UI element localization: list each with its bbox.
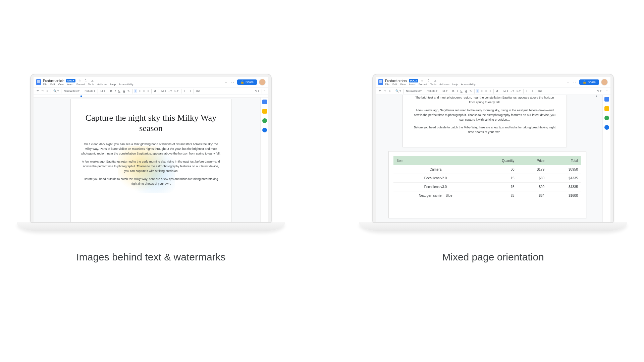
contacts-icon[interactable]	[604, 125, 609, 130]
menu-help[interactable]: Help	[110, 83, 116, 86]
align-left-icon[interactable]: ≡	[134, 89, 138, 93]
doc-body[interactable]: The brightest and most photogenic region…	[413, 96, 556, 135]
paragraph[interactable]: The brightest and most photogenic region…	[413, 96, 556, 105]
tasks-icon[interactable]	[604, 116, 609, 120]
align-center-icon[interactable]: ≡	[138, 89, 142, 93]
highlight-icon[interactable]: ✎	[126, 89, 131, 93]
tasks-icon[interactable]	[262, 118, 267, 123]
orders-table[interactable]: Item Quantity Price Total Camera	[393, 156, 581, 200]
menu-insert[interactable]: Insert	[67, 83, 73, 86]
doc-heading[interactable]: Capture the night sky this Milky Way sea…	[81, 113, 221, 133]
menu-file[interactable]: File	[43, 83, 47, 86]
canvas[interactable]: The brightest and most photogenic region…	[376, 95, 610, 222]
redo-icon[interactable]: ↷	[383, 89, 387, 93]
text-color-icon[interactable]: A̲	[464, 89, 468, 93]
bold-icon[interactable]: B	[109, 89, 113, 93]
move-icon[interactable]: ⤵	[84, 78, 88, 83]
align-justify-icon[interactable]: ≡	[489, 89, 492, 93]
align-center-icon[interactable]: ≡	[480, 89, 484, 93]
indent-less-icon[interactable]: ⇤	[183, 89, 187, 93]
keep-icon[interactable]	[604, 106, 609, 111]
style-select[interactable]: Normal text ▾	[405, 89, 423, 93]
bold-icon[interactable]: B	[451, 89, 455, 93]
editing-mode-icon[interactable]: ✎ ▾	[254, 89, 260, 93]
menu-format[interactable]: Format	[76, 83, 85, 86]
calendar-icon[interactable]	[262, 100, 267, 104]
menu-edit[interactable]: Edit	[392, 83, 397, 86]
print-icon[interactable]: ⎙	[46, 89, 49, 93]
align-right-icon[interactable]: ≡	[484, 89, 488, 93]
comment-icon[interactable]: ▭	[573, 80, 577, 84]
paragraph[interactable]: A few weeks ago, Sagittarius returned to…	[413, 108, 556, 122]
align-left-icon[interactable]: ≡	[476, 89, 480, 93]
align-justify-icon[interactable]: ≡	[147, 89, 150, 93]
number-list-icon[interactable]: 1. ▾	[173, 89, 180, 93]
menu-file[interactable]: File	[385, 83, 389, 86]
style-select[interactable]: Normal text ▾	[63, 89, 80, 93]
collapse-icon[interactable]: ˆ	[263, 89, 266, 93]
paragraph[interactable]: On a clear, dark night, you can see a fa…	[81, 142, 221, 156]
share-button[interactable]: 🔒 Share	[579, 79, 599, 85]
italic-icon[interactable]: I	[114, 89, 117, 93]
menu-accessibility[interactable]: Accessibility	[119, 83, 133, 86]
doc-body[interactable]: On a clear, dark night, you can see a fa…	[81, 142, 221, 186]
collapse-icon[interactable]: ˆ	[605, 89, 608, 93]
bullet-list-icon[interactable]: • ▾	[510, 89, 515, 93]
indent-more-icon[interactable]: ⇥	[530, 89, 534, 93]
cloud-icon[interactable]: ☁	[433, 78, 437, 83]
highlight-icon[interactable]: ✎	[469, 89, 473, 93]
align-right-icon[interactable]: ≡	[142, 89, 146, 93]
menu-edit[interactable]: Edit	[50, 83, 55, 86]
move-icon[interactable]: ⤵	[426, 78, 431, 83]
menu-insert[interactable]: Insert	[409, 83, 416, 86]
underline-icon[interactable]: U	[460, 89, 464, 93]
docs-logo-icon[interactable]	[378, 79, 383, 85]
share-button[interactable]: 🔒 Share	[237, 79, 257, 85]
paragraph[interactable]: Before you head outside to catch the Mil…	[413, 125, 556, 135]
line-spacing-icon[interactable]: ⇵	[153, 89, 157, 93]
menu-tools[interactable]: Tools	[430, 83, 436, 86]
canvas[interactable]: Capture the night sky this Milky Way sea…	[34, 98, 268, 222]
table-row[interactable]: Focal lens v2.0 15 $89 $1335	[393, 174, 581, 182]
document-title[interactable]: Product orders	[385, 79, 407, 83]
menu-addons[interactable]: Add-ons	[439, 83, 449, 86]
text-color-icon[interactable]: A̲	[122, 89, 126, 93]
star-icon[interactable]: ☆	[420, 78, 425, 83]
keep-icon[interactable]	[262, 109, 267, 114]
font-select[interactable]: Roboto ▾	[84, 89, 96, 93]
account-avatar[interactable]	[259, 79, 266, 85]
number-list-icon[interactable]: 1. ▾	[516, 89, 522, 93]
clear-format-icon[interactable]: ⌦	[195, 89, 201, 93]
zoom-icon[interactable]: 🔍 ▾	[52, 89, 60, 93]
star-icon[interactable]: ☆	[77, 78, 82, 83]
paragraph[interactable]: A few weeks ago, Sagittarius returned to…	[81, 160, 221, 174]
contacts-icon[interactable]	[262, 128, 267, 132]
table-row[interactable]: Camera 50 $179 $8950	[393, 165, 581, 174]
menu-addons[interactable]: Add-ons	[97, 83, 107, 86]
comment-icon[interactable]: ▭	[230, 80, 235, 84]
checklist-icon[interactable]: ☑ ▾	[502, 89, 509, 93]
page[interactable]: Capture the night sky this Milky Way sea…	[70, 99, 231, 222]
underline-icon[interactable]: U	[117, 89, 121, 93]
paragraph[interactable]: Before you head outside to catch the Mil…	[81, 177, 221, 186]
clear-format-icon[interactable]: ⌦	[537, 89, 543, 93]
italic-icon[interactable]: I	[456, 89, 459, 93]
bullet-list-icon[interactable]: • ▾	[168, 89, 173, 93]
indent-more-icon[interactable]: ⇥	[188, 89, 192, 93]
redo-icon[interactable]: ↷	[41, 89, 45, 93]
menu-help[interactable]: Help	[452, 83, 458, 86]
line-spacing-icon[interactable]: ⇵	[495, 89, 499, 93]
font-size[interactable]: 11 ▾	[99, 89, 106, 93]
account-avatar[interactable]	[601, 79, 608, 85]
activity-icon[interactable]: 〰	[224, 80, 228, 84]
menu-tools[interactable]: Tools	[88, 83, 94, 86]
font-size[interactable]: 11 ▾	[441, 89, 448, 93]
cloud-icon[interactable]: ☁	[90, 78, 95, 83]
zoom-icon[interactable]: 🔍 ▾	[394, 89, 402, 93]
page-portrait[interactable]: The brightest and most photogenic region…	[402, 95, 567, 147]
undo-icon[interactable]: ↶	[36, 89, 40, 93]
table-row[interactable]: Next gen carrier - Blue 25 $64 $1600	[393, 191, 581, 200]
checklist-icon[interactable]: ☑ ▾	[160, 89, 167, 93]
docs-logo-icon[interactable]	[36, 79, 41, 85]
calendar-icon[interactable]	[604, 97, 609, 102]
